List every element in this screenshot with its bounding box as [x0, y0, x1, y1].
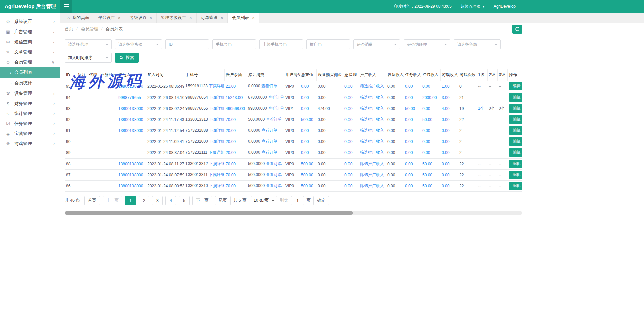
inviter-link[interactable]: 13800138000	[118, 106, 143, 111]
redpacket-income-link[interactable]: 50.00	[422, 184, 432, 188]
page-button-1[interactable]: 1	[125, 196, 136, 205]
subordinate-detail-link[interactable]: 下属详细	[209, 172, 224, 177]
game-income-link[interactable]: 0.00	[442, 150, 449, 155]
recharge-link[interactable]: 500.00	[301, 117, 313, 122]
phone-filter-input[interactable]	[212, 39, 256, 49]
task-income-link[interactable]: 0.00	[405, 173, 413, 177]
recharge-link[interactable]: 500.00	[301, 184, 313, 188]
subordinate-detail-link[interactable]: 下属详细	[209, 139, 224, 144]
breadcrumb-item[interactable]: 首页	[65, 26, 73, 32]
redpacket-income-link[interactable]: 0.00	[422, 139, 430, 144]
breadcrumb-item[interactable]: 会员管理	[81, 26, 98, 32]
tab-platform-settings[interactable]: 平台设置×	[94, 13, 125, 23]
withdraw-link[interactable]: 0.00	[344, 139, 352, 144]
close-icon[interactable]: ×	[189, 15, 192, 20]
withdraw-link[interactable]: 0.00	[344, 84, 352, 89]
view-orders-link[interactable]: 查看订单	[261, 150, 277, 155]
task-income-link[interactable]: 0.00	[405, 128, 413, 133]
edit-button[interactable]: 编辑	[509, 148, 522, 157]
close-icon[interactable]: ×	[149, 15, 152, 20]
game-income-link[interactable]: 0.00	[442, 128, 449, 133]
filter-promo-income-link[interactable]: 筛选推广收入	[360, 183, 384, 188]
sidebar-subitem-member-stats[interactable]: ›会员统计	[0, 78, 60, 88]
subordinate-detail-link[interactable]: 下属详细	[209, 117, 224, 122]
view-orders-link[interactable]: 查看订单	[266, 161, 282, 166]
withdraw-link[interactable]: 0.00	[344, 106, 352, 111]
balance-link[interactable]: 20.00	[226, 139, 236, 144]
role-menu[interactable]: 超级管理员▼	[461, 4, 485, 9]
withdraw-link[interactable]: 0.00	[344, 95, 352, 100]
parent-phone-filter-input[interactable]	[259, 39, 303, 49]
redpacket-income-link[interactable]: 50.00	[422, 173, 432, 177]
close-icon[interactable]: ×	[221, 15, 223, 20]
view-orders-link[interactable]: 查看订单	[266, 183, 282, 188]
withdraw-link[interactable]: 0.00	[344, 150, 352, 155]
filter-promo-income-link[interactable]: 筛选推广收入	[360, 172, 384, 177]
level1-value[interactable]: 1个	[478, 106, 484, 111]
filter-promo-income-link[interactable]: 筛选推广收入	[360, 95, 384, 100]
confirm-button[interactable]: 确定	[313, 196, 329, 205]
subordinate-detail-link[interactable]: 下属详细	[209, 161, 224, 166]
task-income-link[interactable]: 0.00	[405, 95, 413, 100]
subordinate-detail-link[interactable]: 下属详细	[208, 150, 224, 155]
game-income-link[interactable]: 1.00	[442, 84, 449, 89]
edit-button[interactable]: 编辑	[509, 171, 522, 179]
edit-button[interactable]: 编辑	[509, 160, 522, 168]
id-filter-input[interactable]	[165, 39, 209, 49]
sidebar-item-ad-management[interactable]: ▣广告管理‹	[0, 27, 60, 37]
filter-promo-income-link[interactable]: 筛选推广收入	[360, 139, 384, 144]
task-income-link[interactable]: 0.00	[405, 117, 413, 122]
balance-link[interactable]: 20.00	[226, 128, 236, 133]
filter-promo-income-link[interactable]: 筛选推广收入	[360, 128, 384, 133]
task-income-link[interactable]: 0.00	[405, 184, 413, 188]
withdraw-link[interactable]: 0.00	[344, 184, 352, 188]
sidebar-item-system-settings[interactable]: ⚙系统设置‹	[0, 17, 60, 27]
username-label[interactable]: AgriDevelop	[494, 4, 516, 9]
view-orders-link[interactable]: 查看订单	[261, 128, 277, 133]
edit-button[interactable]: 编辑	[509, 137, 522, 146]
balance-link[interactable]: 70.00	[226, 173, 236, 177]
page-button-2[interactable]: 2	[139, 196, 149, 205]
first-page-button[interactable]: 首页	[84, 196, 100, 205]
withdraw-link[interactable]: 0.00	[344, 128, 352, 133]
recharge-link[interactable]: 0.00	[301, 150, 309, 155]
task-income-link[interactable]: 0.00	[405, 139, 413, 144]
view-orders-link[interactable]: 查看订单	[266, 172, 282, 177]
breadcrumb-item[interactable]: 会员列表	[105, 26, 123, 32]
recharge-link[interactable]: 0.00	[301, 128, 309, 133]
edit-button[interactable]: 编辑	[509, 126, 522, 135]
task-income-link[interactable]: 0.00	[405, 150, 413, 155]
redpacket-income-link[interactable]: 0.00	[422, 106, 430, 111]
task-income-link[interactable]: 50.00	[405, 106, 415, 111]
balance-link[interactable]: 70.00	[226, 184, 236, 188]
sidebar-item-member-management[interactable]: ☺会员管理∨	[0, 57, 60, 67]
filter-promo-income-link[interactable]: 筛选推广收入	[360, 161, 384, 166]
refresh-button[interactable]	[512, 25, 522, 34]
balance-link[interactable]: 70.00	[226, 162, 236, 166]
edit-button[interactable]: 编辑	[509, 82, 522, 90]
page-button-4[interactable]: 4	[165, 196, 176, 205]
sidebar-item-task-management[interactable]: ☑任务管理‹	[0, 119, 60, 129]
join-time-sort-select[interactable]: 加入时间排序	[65, 53, 112, 63]
game-income-link[interactable]: 0.00	[442, 184, 449, 188]
edit-button[interactable]: 编辑	[509, 115, 522, 124]
scrollbar-thumb[interactable]	[65, 211, 353, 215]
sidebar-item-article-management[interactable]: ✎文章管理‹	[0, 47, 60, 57]
subordinate-detail-link[interactable]: 下属详细	[209, 183, 224, 188]
view-orders-link[interactable]: 查看订单	[268, 95, 284, 100]
redpacket-income-link[interactable]: 0.00	[422, 128, 430, 133]
view-orders-link[interactable]: 查看订单	[268, 106, 284, 111]
view-orders-link[interactable]: 查看订单	[261, 139, 277, 144]
goto-page-input[interactable]	[291, 196, 304, 205]
close-icon[interactable]: ×	[252, 15, 255, 20]
balance-link[interactable]: 15243.00	[226, 95, 243, 100]
consume-filter-select[interactable]: 是否消费	[353, 39, 400, 49]
sidebar-item-game-management[interactable]: ☸游戏管理‹	[0, 139, 60, 149]
salesman-filter-select[interactable]: 请选择业务员	[115, 39, 162, 49]
inviter-link[interactable]: 13800138000	[118, 162, 143, 166]
task-income-link[interactable]: 0.00	[405, 84, 413, 89]
recharge-link[interactable]: 500.00	[301, 162, 313, 166]
subordinate-detail-link[interactable]: 下属详细	[209, 106, 224, 111]
view-orders-link[interactable]: 查看订单	[261, 84, 277, 88]
filter-promo-income-link[interactable]: 筛选推广收入	[360, 117, 384, 122]
